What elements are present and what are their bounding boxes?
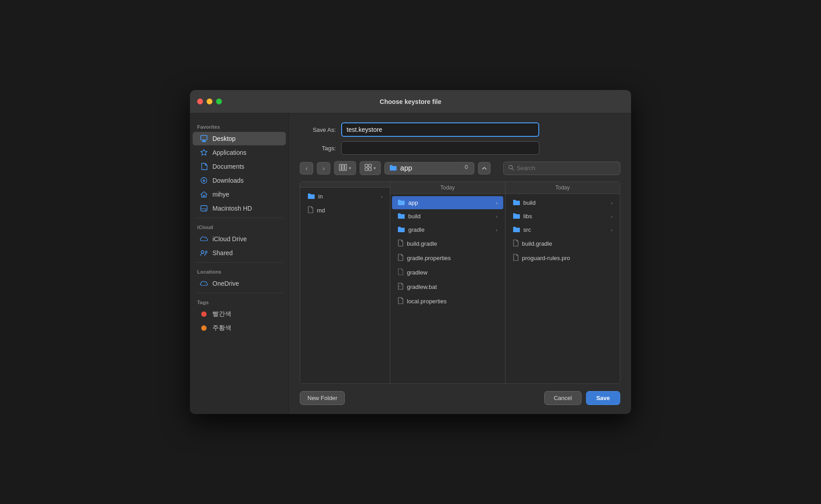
file-name: in (318, 193, 323, 200)
sidebar-item-shared[interactable]: Shared (193, 246, 286, 260)
list-item[interactable]: build › (392, 210, 503, 223)
expand-button[interactable] (478, 162, 491, 175)
back-button[interactable]: ‹ (300, 162, 313, 175)
sidebar-item-label-downloads: Downloads (212, 177, 244, 184)
list-item[interactable]: libs › (507, 210, 618, 223)
list-item[interactable]: app › (392, 196, 503, 209)
file-icon (513, 239, 519, 248)
sidebar-item-label-onedrive: OneDrive (212, 280, 239, 287)
grid-chevron-icon: ▾ (374, 166, 376, 171)
icloud-label: iCloud (190, 221, 289, 232)
file-bat-icon (397, 283, 403, 291)
save-as-label: Save As: (300, 126, 336, 133)
list-item[interactable]: gradle.properties (392, 251, 503, 265)
save-as-input[interactable] (341, 122, 539, 137)
dialog-body: Favorites Desktop Applications Documents (190, 113, 631, 414)
dialog: Choose keystore file Favorites Desktop A… (190, 90, 631, 414)
folder-icon (397, 212, 405, 220)
dialog-title: Choose keystore file (380, 98, 442, 105)
file-icon (397, 297, 403, 306)
sidebar-item-documents[interactable]: Documents (193, 160, 286, 173)
tags-input[interactable] (341, 141, 539, 155)
arrow-icon: › (611, 227, 613, 233)
list-item[interactable]: local.properties (392, 294, 503, 308)
svg-rect-1 (203, 140, 205, 141)
sidebar-item-onedrive[interactable]: OneDrive (193, 277, 286, 290)
path-label: app (400, 164, 412, 172)
folder-icon (513, 226, 520, 234)
arrow-icon: › (381, 194, 383, 199)
file-column-3: Today build › (505, 182, 620, 383)
list-item[interactable]: gradle › (392, 223, 503, 236)
file-icon (513, 254, 519, 262)
list-item[interactable]: build.gradle (507, 237, 618, 251)
col3-header: Today (505, 182, 620, 194)
path-chevron-icon (463, 165, 469, 172)
onedrive-icon (200, 279, 208, 288)
arrow-icon: › (496, 200, 498, 206)
search-box[interactable] (503, 162, 620, 175)
file-name: build (408, 213, 420, 220)
tags-row: Tags: (300, 141, 620, 155)
bottom-bar: New Folder Cancel Save (300, 384, 620, 414)
columns-icon (339, 164, 347, 172)
applications-icon (200, 148, 208, 157)
back-icon: ‹ (306, 165, 308, 172)
list-item[interactable]: build.gradle (392, 237, 503, 251)
view-columns-button[interactable]: ▾ (334, 161, 356, 175)
folder-icon (513, 212, 520, 220)
sidebar-item-macintosh-hd[interactable]: Macintosh HD (193, 202, 286, 215)
search-icon (508, 164, 514, 172)
list-item[interactable]: gradlew.bat (392, 280, 503, 294)
sidebar-item-label-desktop: Desktop (212, 135, 235, 142)
sidebar-item-orange-tag[interactable]: 주황색 (193, 321, 286, 335)
sidebar-item-icloud-drive[interactable]: iCloud Drive (193, 232, 286, 246)
list-item[interactable]: md (302, 203, 388, 217)
svg-rect-0 (201, 135, 207, 140)
harddrive-icon (200, 204, 208, 212)
list-item[interactable]: gradlew (392, 266, 503, 279)
svg-rect-10 (345, 164, 347, 171)
sidebar-item-label-icloud-drive: iCloud Drive (212, 235, 247, 243)
file-icon (397, 254, 403, 262)
file-name: app (408, 199, 418, 206)
path-selector[interactable]: app (384, 162, 474, 175)
close-button[interactable] (197, 99, 203, 104)
sidebar-item-label-orange-tag: 주황색 (212, 324, 231, 332)
svg-rect-13 (365, 168, 368, 171)
sidebar-item-mihye[interactable]: mihye (193, 188, 286, 201)
list-item[interactable]: proguard-rules.pro (507, 251, 618, 265)
save-button[interactable]: Save (586, 391, 620, 405)
sidebar-item-downloads[interactable]: Downloads (193, 174, 286, 187)
maximize-button[interactable] (216, 99, 222, 104)
forward-button[interactable]: › (317, 162, 330, 175)
sidebar-item-label-macintosh-hd: Macintosh HD (212, 205, 252, 212)
view-grid-button[interactable]: ▾ (360, 161, 381, 175)
col2-content: app › build › (390, 194, 505, 383)
sidebar-item-label-documents: Documents (212, 163, 244, 170)
list-item[interactable]: src › (507, 223, 618, 236)
sidebar-item-desktop[interactable]: Desktop (193, 132, 286, 145)
locations-label: Locations (190, 266, 289, 276)
svg-point-5 (205, 210, 206, 211)
list-item[interactable]: in › (302, 190, 388, 203)
sidebar-item-label-shared: Shared (212, 249, 233, 256)
svg-point-7 (205, 251, 207, 253)
expand-icon (482, 165, 487, 171)
favorites-label: Favorites (190, 121, 289, 131)
file-column-1: in › md (300, 182, 390, 383)
sidebar-item-applications[interactable]: Applications (193, 146, 286, 159)
new-folder-button[interactable]: New Folder (300, 391, 345, 405)
file-name: src (523, 226, 531, 233)
svg-rect-2 (202, 141, 206, 142)
sidebar-item-red-tag[interactable]: 빨간색 (193, 307, 286, 321)
cancel-button[interactable]: Cancel (544, 391, 581, 405)
minimize-button[interactable] (207, 99, 212, 104)
sidebar-item-label-mihye: mihye (212, 191, 229, 198)
list-item[interactable]: build › (507, 196, 618, 209)
file-browser: in › md Today (300, 181, 620, 384)
file-icon (307, 206, 313, 215)
search-input[interactable] (517, 165, 615, 171)
home-icon (200, 190, 208, 198)
svg-rect-12 (369, 164, 371, 167)
